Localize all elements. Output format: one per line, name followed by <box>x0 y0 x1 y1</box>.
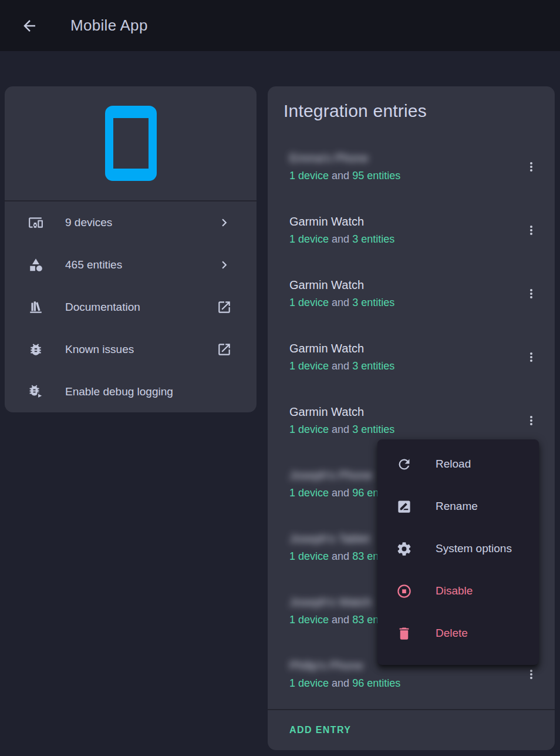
back-button[interactable] <box>15 12 43 40</box>
open-in-new-icon <box>217 300 232 315</box>
entry-and-text: and <box>332 170 349 182</box>
entry-and-text: and <box>332 424 349 435</box>
entry-and-text: and <box>332 233 349 245</box>
context-menu-item-label: System options <box>436 542 512 555</box>
integration-info-row[interactable]: Enable debug logging <box>5 371 257 413</box>
entry-and-text: and <box>332 360 349 372</box>
context-menu-item-label: Rename <box>436 500 478 513</box>
context-menu-item[interactable]: Disable <box>377 570 539 612</box>
integration-info-row[interactable]: Known issues <box>5 328 257 371</box>
info-row-label: Enable debug logging <box>65 385 232 398</box>
dots-vertical-icon <box>524 667 538 681</box>
context-menu-item-label: Reload <box>436 458 471 471</box>
integration-info-row[interactable]: 465 entities <box>5 244 257 286</box>
entry-devices-link[interactable]: 1 device <box>289 297 329 308</box>
context-menu-item[interactable]: Rename <box>377 485 539 527</box>
integration-info-row[interactable]: Documentation <box>5 286 257 328</box>
entry-devices-link[interactable]: 1 device <box>289 360 329 372</box>
entry-row: Emma's Phone 1 device and 95 entities <box>268 135 555 199</box>
entry-and-text: and <box>332 550 349 562</box>
entry-devices-link[interactable]: 1 device <box>289 487 329 499</box>
devices-icon <box>28 215 43 230</box>
entry-context-menu: Reload Rename System options Disable Del… <box>377 439 539 665</box>
entry-entities-link[interactable]: 3 entities <box>352 360 394 372</box>
arrow-left-icon <box>21 17 38 35</box>
entry-name: Garmin Watch <box>289 340 517 357</box>
entry-entities-link[interactable]: 95 entities <box>352 170 400 182</box>
entry-subtitle: 1 device and 3 entities <box>289 358 517 374</box>
entry-name: Emma's Phone <box>289 150 517 166</box>
entry-devices-link[interactable]: 1 device <box>289 550 329 562</box>
rename-box-icon <box>396 499 412 515</box>
delete-icon <box>396 626 412 641</box>
dots-vertical-icon <box>524 223 538 237</box>
refresh-icon <box>396 456 412 472</box>
entry-entities-link[interactable]: 3 entities <box>352 233 394 245</box>
info-row-label: Known issues <box>65 343 217 356</box>
entry-subtitle: 1 device and 3 entities <box>289 294 517 311</box>
entry-devices-link[interactable]: 1 device <box>289 614 329 626</box>
entry-menu-button[interactable] <box>517 216 545 244</box>
context-menu-item[interactable]: Delete <box>377 612 539 654</box>
entries-card-footer: ADD ENTRY <box>268 709 555 750</box>
entry-row: Garmin Watch 1 device and 3 entities <box>268 262 555 325</box>
entry-name: Garmin Watch <box>289 213 517 230</box>
dots-vertical-icon <box>524 287 538 301</box>
integration-info-list: 9 devices 465 entities Documentation Kno… <box>5 201 257 413</box>
add-entry-button[interactable]: ADD ENTRY <box>289 725 351 735</box>
context-menu-item-label: Disable <box>436 584 473 597</box>
cog-icon <box>396 541 412 557</box>
chevron-right-icon <box>217 215 232 230</box>
app-bar: Mobile App <box>0 0 560 51</box>
entry-subtitle: 1 device and 3 entities <box>289 421 517 438</box>
entries-card-title: Integration entries <box>268 86 555 123</box>
entry-devices-link[interactable]: 1 device <box>289 170 329 182</box>
chevron-right-icon <box>217 257 232 273</box>
info-row-label: 465 entities <box>65 258 217 271</box>
info-row-label: Documentation <box>65 301 217 314</box>
dots-vertical-icon <box>524 350 538 364</box>
entry-row: Garmin Watch 1 device and 3 entities <box>268 199 555 262</box>
entry-devices-link[interactable]: 1 device <box>289 677 329 689</box>
shapes-icon <box>28 257 43 273</box>
context-menu-item[interactable]: System options <box>377 527 539 570</box>
context-menu-item-label: Delete <box>436 627 468 640</box>
info-row-label: 9 devices <box>65 216 217 229</box>
integration-info-card: 9 devices 465 entities Documentation Kno… <box>5 86 257 412</box>
entry-name: Garmin Watch <box>289 277 517 293</box>
entry-menu-button[interactable] <box>517 153 545 181</box>
entry-devices-link[interactable]: 1 device <box>289 424 329 435</box>
entry-and-text: and <box>332 297 349 308</box>
bookshelf-icon <box>28 300 43 315</box>
entry-entities-link[interactable]: 3 entities <box>352 424 394 435</box>
dots-vertical-icon <box>524 160 538 174</box>
entry-name: Garmin Watch <box>289 404 517 420</box>
entry-menu-button[interactable] <box>517 280 545 308</box>
entry-subtitle: 1 device and 3 entities <box>289 231 517 247</box>
entry-and-text: and <box>332 677 349 689</box>
entry-entities-link[interactable]: 3 entities <box>352 297 394 308</box>
entry-devices-link[interactable]: 1 device <box>289 233 329 245</box>
dots-vertical-icon <box>524 414 538 428</box>
context-menu-item[interactable]: Reload <box>377 443 539 485</box>
entry-menu-button[interactable] <box>517 343 545 371</box>
cellphone-icon <box>105 106 157 181</box>
entry-menu-button[interactable] <box>517 406 545 435</box>
entry-and-text: and <box>332 614 349 626</box>
bug-play-icon <box>28 384 43 399</box>
bug-icon <box>28 342 43 357</box>
entry-and-text: and <box>332 487 349 499</box>
integration-info-row[interactable]: 9 devices <box>5 201 257 244</box>
entry-entities-link[interactable]: 96 entities <box>352 677 400 689</box>
integration-hero <box>5 86 257 201</box>
page-title: Mobile App <box>70 16 148 35</box>
entry-subtitle: 1 device and 95 entities <box>289 167 517 184</box>
entry-subtitle: 1 device and 96 entities <box>289 675 517 691</box>
stop-circle-icon <box>396 583 412 599</box>
open-in-new-icon <box>217 342 232 357</box>
entry-row: Garmin Watch 1 device and 3 entities <box>268 325 555 389</box>
